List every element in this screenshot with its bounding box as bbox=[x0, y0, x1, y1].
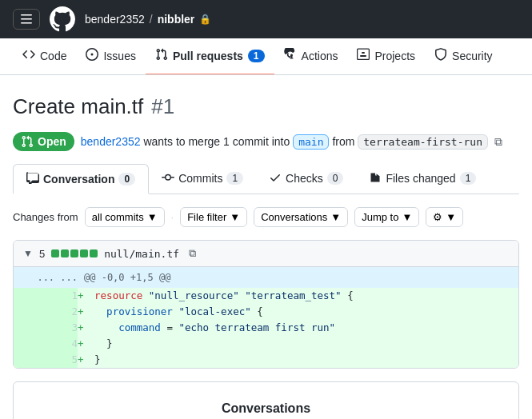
conversations-select[interactable]: Conversations ▼ bbox=[254, 207, 348, 227]
old-line-num-1 bbox=[14, 288, 46, 304]
main-content: Create main.tf #1 Open bender2352 wants … bbox=[0, 75, 532, 419]
chevron-down-icon-5: ▼ bbox=[446, 211, 456, 223]
hamburger-button[interactable] bbox=[13, 9, 40, 30]
pr-desc-text: wants to merge 1 commit into bbox=[143, 135, 293, 148]
pr-meta: Open bender2352 wants to merge 1 commit … bbox=[13, 132, 519, 151]
repo-name-link[interactable]: nibbler bbox=[158, 13, 195, 26]
issues-icon bbox=[86, 48, 98, 64]
pr-count-badge: 1 bbox=[248, 50, 265, 62]
new-line-num-1: 1 bbox=[46, 288, 78, 304]
new-line-num-3: 3 bbox=[46, 320, 78, 336]
commits-badge: 1 bbox=[226, 172, 243, 185]
new-line-num-4: 4 bbox=[46, 336, 78, 352]
tab-commits[interactable]: Commits 1 bbox=[149, 165, 256, 194]
hunk-nums: ... ... bbox=[14, 267, 78, 288]
subnav-item-actions[interactable]: Actions bbox=[274, 38, 348, 75]
subnav-projects-label: Projects bbox=[374, 50, 415, 62]
pr-status-badge: Open bbox=[13, 132, 74, 151]
tab-checks[interactable]: Checks 0 bbox=[256, 165, 356, 194]
pr-tabs: Conversation 0 Commits 1 Checks 0 Files … bbox=[13, 164, 519, 194]
projects-icon bbox=[357, 48, 370, 64]
settings-icon: ⚙ bbox=[433, 211, 442, 223]
jump-to-select[interactable]: Jump to ▼ bbox=[354, 207, 419, 227]
subnav-issues-label: Issues bbox=[103, 50, 135, 62]
diff-stats-bar bbox=[51, 249, 98, 257]
tab-conversation[interactable]: Conversation 0 bbox=[13, 164, 149, 194]
copy-branch-button[interactable]: ⧉ bbox=[494, 135, 502, 149]
actions-icon bbox=[284, 48, 297, 64]
subnav-item-issues[interactable]: Issues bbox=[76, 38, 145, 75]
username-link[interactable]: bender2352 bbox=[85, 13, 145, 26]
base-branch-pill[interactable]: main bbox=[293, 134, 329, 150]
pr-title-text: Create main.tf bbox=[13, 94, 143, 119]
chevron-down-icon-2: ▼ bbox=[230, 211, 240, 223]
pr-description: bender2352 wants to merge 1 commit into … bbox=[81, 135, 488, 148]
line-content-2: + provisioner "local-exec" { bbox=[78, 304, 518, 320]
old-line-num-3 bbox=[14, 320, 46, 336]
diff-header: ▼ 5 null/main.tf ⧉ bbox=[14, 241, 518, 267]
github-logo bbox=[50, 6, 75, 32]
fileschanged-badge: 1 bbox=[460, 172, 477, 185]
diff-table: ... ... @@ -0,0 +1,5 @@ 1 + resource "nu… bbox=[14, 267, 518, 368]
toolbar-divider: · bbox=[171, 211, 174, 223]
new-line-num-2: 2 bbox=[46, 304, 78, 320]
chevron-down-icon: ▼ bbox=[147, 211, 158, 223]
pr-author-link[interactable]: bender2352 bbox=[81, 135, 141, 148]
checks-tab-icon bbox=[269, 171, 282, 186]
all-commits-select[interactable]: all commits ▼ bbox=[85, 207, 165, 227]
hunk-content: @@ -0,0 +1,5 @@ bbox=[78, 267, 518, 288]
open-badge-label: Open bbox=[38, 135, 66, 148]
diff-toolbar: Changes from all commits ▼ · File filter… bbox=[13, 207, 519, 227]
copy-path-button[interactable]: ⧉ bbox=[189, 247, 196, 260]
tab-commits-label: Commits bbox=[178, 172, 222, 185]
sub-navigation: Code Issues Pull requests 1 Actions Proj… bbox=[0, 38, 532, 75]
commits-tab-icon bbox=[162, 171, 174, 186]
subnav-item-projects[interactable]: Projects bbox=[347, 38, 425, 75]
line-content-1: + resource "null_resource" "terrateam_te… bbox=[78, 288, 518, 304]
diff-container: ▼ 5 null/main.tf ⧉ ... ... @@ -0,0 +1,5 … bbox=[13, 240, 519, 369]
new-line-num-5: 5 bbox=[46, 352, 78, 368]
file-filter-select[interactable]: File filter ▼ bbox=[180, 207, 247, 227]
diff-line-1: 1 + resource "null_resource" "terrateam_… bbox=[14, 288, 518, 304]
conversations-heading: Conversations bbox=[222, 401, 310, 416]
tab-files-changed[interactable]: Files changed 1 bbox=[356, 165, 489, 194]
subnav-security-label: Security bbox=[452, 50, 493, 62]
security-icon bbox=[434, 48, 447, 64]
chevron-down-icon-3: ▼ bbox=[330, 211, 341, 223]
all-commits-label: all commits bbox=[92, 211, 144, 223]
settings-button[interactable]: ⚙ ▼ bbox=[426, 207, 463, 227]
top-navigation: bender2352 / nibbler 🔒 bbox=[0, 0, 532, 38]
conversation-badge: 0 bbox=[118, 173, 135, 186]
tab-conversation-label: Conversation bbox=[43, 173, 114, 186]
lock-icon: 🔒 bbox=[199, 14, 211, 25]
jump-to-label: Jump to bbox=[362, 211, 398, 223]
chevron-down-icon-4: ▼ bbox=[402, 211, 412, 223]
line-content-4: + } bbox=[78, 336, 518, 352]
code-icon bbox=[22, 48, 35, 64]
diff-expand-button[interactable]: ▼ bbox=[23, 248, 33, 259]
line-content-3: + command = "echo terrateam first run" bbox=[78, 320, 518, 336]
file-filter-label: File filter bbox=[187, 211, 226, 223]
checks-badge: 0 bbox=[327, 172, 344, 185]
files-tab-icon bbox=[369, 171, 382, 186]
line-content-5: + } bbox=[78, 352, 518, 368]
subnav-item-pullrequests[interactable]: Pull requests 1 bbox=[146, 38, 274, 75]
pr-number: #1 bbox=[151, 94, 174, 119]
pr-title: Create main.tf #1 bbox=[13, 94, 519, 119]
breadcrumb-separator: / bbox=[150, 13, 153, 26]
diff-filename[interactable]: null/main.tf bbox=[104, 248, 179, 260]
old-line-num-4 bbox=[14, 336, 46, 352]
from-text: from bbox=[332, 135, 358, 148]
pullrequest-icon bbox=[155, 48, 168, 64]
old-line-num-2 bbox=[14, 304, 46, 320]
subnav-code-label: Code bbox=[40, 50, 66, 62]
diff-line-4: 4 + } bbox=[14, 336, 518, 352]
diff-line-2: 2 + provisioner "local-exec" { bbox=[14, 304, 518, 320]
changes-from-label: Changes from bbox=[13, 211, 78, 223]
subnav-item-security[interactable]: Security bbox=[425, 38, 502, 75]
tab-fileschanged-label: Files changed bbox=[386, 172, 455, 185]
head-branch-pill[interactable]: terrateam-first-run bbox=[358, 134, 488, 150]
subnav-item-code[interactable]: Code bbox=[13, 38, 76, 75]
old-line-num-5 bbox=[14, 352, 46, 368]
breadcrumb: bender2352 / nibbler 🔒 bbox=[85, 13, 211, 26]
